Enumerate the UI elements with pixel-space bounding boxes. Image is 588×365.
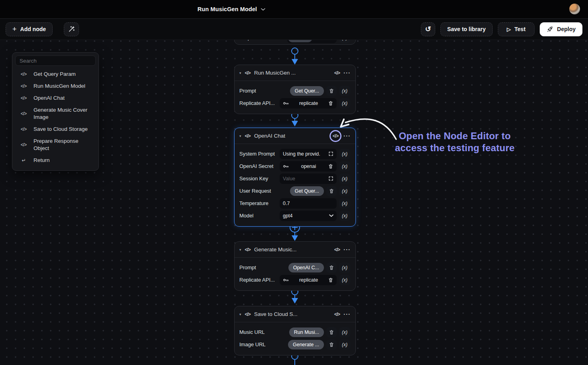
connected-value-pill[interactable]: Get Quer... xyxy=(290,186,324,196)
row-controls: replicate(x) xyxy=(280,98,350,109)
row-controls: Get Quer...(x) xyxy=(290,186,350,196)
expand-icon[interactable] xyxy=(328,176,333,181)
node-row: PromptGet Quer...(x) xyxy=(239,85,350,97)
more-options-button[interactable]: ··· xyxy=(343,69,351,76)
node-row: Modelgpt4(x) xyxy=(239,209,350,222)
workflow-node-openai-chat[interactable]: ▾</>OpenAI Chat</>···System PromptUsing … xyxy=(234,128,356,227)
sidebar-item-get-query-param[interactable]: </>Get Query Param xyxy=(15,68,96,80)
collapse-chevron-icon[interactable]: ▾ xyxy=(239,248,241,252)
more-options-button[interactable]: ··· xyxy=(343,132,351,139)
expand-icon[interactable] xyxy=(328,151,333,156)
avatar[interactable] xyxy=(569,4,580,14)
more-options-button[interactable]: ··· xyxy=(343,311,351,318)
row-controls: Using the provid.(x) xyxy=(280,149,350,159)
node-editor-button[interactable]: </> xyxy=(334,247,340,253)
save-to-library-button[interactable]: Save to library xyxy=(440,22,493,36)
test-button[interactable]: ▷ Test xyxy=(498,22,535,36)
deploy-button[interactable]: Deploy xyxy=(540,22,582,36)
add-node-button[interactable]: + Add node xyxy=(6,22,53,36)
collapse-chevron-icon[interactable]: ▾ xyxy=(239,312,241,316)
field-placeholder: Value xyxy=(283,176,326,182)
variables-button[interactable]: (x) xyxy=(339,327,350,337)
sidebar-item-return[interactable]: ↵Return xyxy=(15,154,96,166)
variables-button[interactable]: (x) xyxy=(339,86,350,96)
row-controls: replicate(x) xyxy=(280,275,350,285)
save-to-library-label: Save to library xyxy=(447,26,486,32)
workflow-title-menu[interactable]: Run MusicGen Model xyxy=(197,0,265,18)
row-label: Session Key xyxy=(239,176,280,182)
code-icon: </> xyxy=(19,142,28,148)
secret-field[interactable]: openai xyxy=(280,161,337,172)
workflow-node-run-musicgen[interactable]: ▾</>Run MusicGen ...</>···PromptGet Quer… xyxy=(234,65,356,114)
variables-button[interactable]: (x) xyxy=(339,161,350,172)
connected-value-pill[interactable]: Run Musi... xyxy=(289,328,324,337)
workflow-node-save-to-cloud-s[interactable]: ▾</>Save to Cloud S...</>···Music URLRun… xyxy=(234,306,356,355)
code-icon: </> xyxy=(19,71,28,77)
node-row: PromptOpenAI C...(x) xyxy=(239,261,350,274)
workflow-node-generate-music[interactable]: ▾</>Generate Music...</>···PromptOpenAI … xyxy=(234,241,356,291)
variables-button[interactable]: (x) xyxy=(339,174,350,184)
search-input[interactable] xyxy=(15,55,96,66)
row-label: Prompt xyxy=(239,264,288,270)
delete-button[interactable] xyxy=(326,339,337,350)
delete-button[interactable] xyxy=(328,101,333,106)
sidebar-item-label: Save to Cloud Storage xyxy=(34,126,88,133)
sidebar-item-label: Get Query Param xyxy=(34,71,76,78)
variables-button[interactable]: (x) xyxy=(339,98,350,109)
connected-value-pill[interactable]: OpenAI C... xyxy=(288,263,324,272)
variables-button[interactable]: (x) xyxy=(339,211,350,221)
sidebar-item-generate-music-cover-image[interactable]: </>Generate Music Cover Image xyxy=(15,104,96,123)
node-editor-button[interactable]: </> xyxy=(334,70,340,76)
collapse-chevron-icon[interactable]: ▾ xyxy=(239,134,241,138)
delete-button[interactable] xyxy=(328,277,333,283)
connected-value-pill[interactable]: Generate ... xyxy=(288,340,324,349)
variables-button[interactable]: (x) xyxy=(339,149,350,159)
delete-button[interactable] xyxy=(326,186,337,196)
node-editor-button[interactable]: </> xyxy=(334,312,340,317)
select-field[interactable]: gpt4 xyxy=(280,211,337,221)
delete-button[interactable] xyxy=(328,164,333,169)
sidebar-item-label: Run MusicGen Model xyxy=(34,83,85,90)
node-header: ▾</>OpenAI Chat</>··· xyxy=(235,128,355,144)
variables-button[interactable]: (x) xyxy=(339,339,350,350)
more-options-button[interactable]: ··· xyxy=(343,246,351,253)
text-field[interactable]: Using the provid. xyxy=(280,149,337,159)
variables-button[interactable]: (x) xyxy=(339,275,350,285)
sidebar-item-prepare-response-object[interactable]: </>Prepare Response Object xyxy=(15,135,96,154)
node-body: Music URLRun Musi...(x)Image URLGenerate… xyxy=(235,322,355,355)
sidebar-item-save-to-cloud-storage[interactable]: </>Save to Cloud Storage xyxy=(15,123,96,135)
delete-button[interactable] xyxy=(326,327,337,337)
node-title: Generate Music... xyxy=(254,247,331,253)
secret-field[interactable]: replicate xyxy=(280,275,337,285)
sidebar-item-run-musicgen-model[interactable]: </>Run MusicGen Model xyxy=(15,80,96,92)
history-button[interactable]: ↺ xyxy=(421,22,435,36)
node-row: OpenAI Secretopenai(x) xyxy=(239,160,350,172)
row-label: Model xyxy=(239,213,280,219)
node-row: Temperature0.7(x) xyxy=(239,197,350,209)
row-label: Temperature xyxy=(239,200,280,206)
variables-button[interactable]: (x) xyxy=(339,198,350,209)
row-label: Prompt xyxy=(239,88,290,94)
field-value: Using the provid. xyxy=(283,151,326,157)
node-editor-button[interactable]: </> xyxy=(333,133,338,139)
ai-wand-button[interactable] xyxy=(64,22,79,36)
row-controls: Generate ...(x) xyxy=(288,339,350,350)
text-field[interactable]: 0.7 xyxy=(280,198,337,209)
variables-button[interactable]: (x) xyxy=(339,262,350,273)
chevron-down-icon xyxy=(329,214,333,217)
row-label: OpenAI Secret xyxy=(239,163,280,169)
text-field[interactable]: Value xyxy=(280,174,337,184)
plus-icon: + xyxy=(12,26,17,33)
history-icon: ↺ xyxy=(425,26,431,33)
sidebar-item-openai-chat[interactable]: </>OpenAI Chat xyxy=(15,92,96,104)
delete-button[interactable] xyxy=(326,86,337,96)
delete-button[interactable] xyxy=(326,262,337,273)
code-icon: </> xyxy=(245,312,251,317)
field-value: 0.7 xyxy=(283,201,333,206)
variables-button[interactable]: (x) xyxy=(339,186,350,196)
secret-field[interactable]: replicate xyxy=(280,98,337,109)
toolbar: + Add node ↺ Save to library ▷ Test xyxy=(0,18,588,40)
collapse-chevron-icon[interactable]: ▾ xyxy=(239,71,241,75)
annotation-callout: Open the Node Editor to access the testi… xyxy=(385,130,525,154)
connected-value-pill[interactable]: Get Quer... xyxy=(290,86,324,96)
